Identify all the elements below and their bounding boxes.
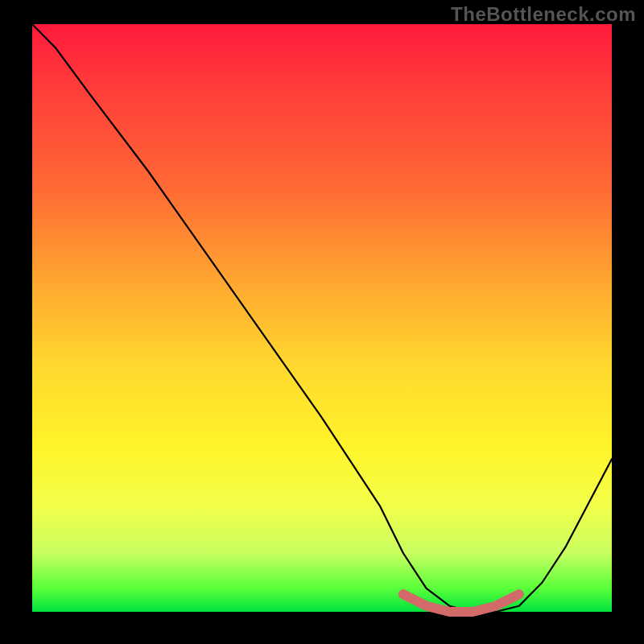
chart-frame: TheBottleneck.com xyxy=(0,0,644,644)
bottleneck-curve xyxy=(32,24,612,612)
attribution-label: TheBottleneck.com xyxy=(451,3,636,26)
plot-area xyxy=(32,24,612,612)
highlight-range xyxy=(403,594,519,612)
chart-svg xyxy=(32,24,612,612)
